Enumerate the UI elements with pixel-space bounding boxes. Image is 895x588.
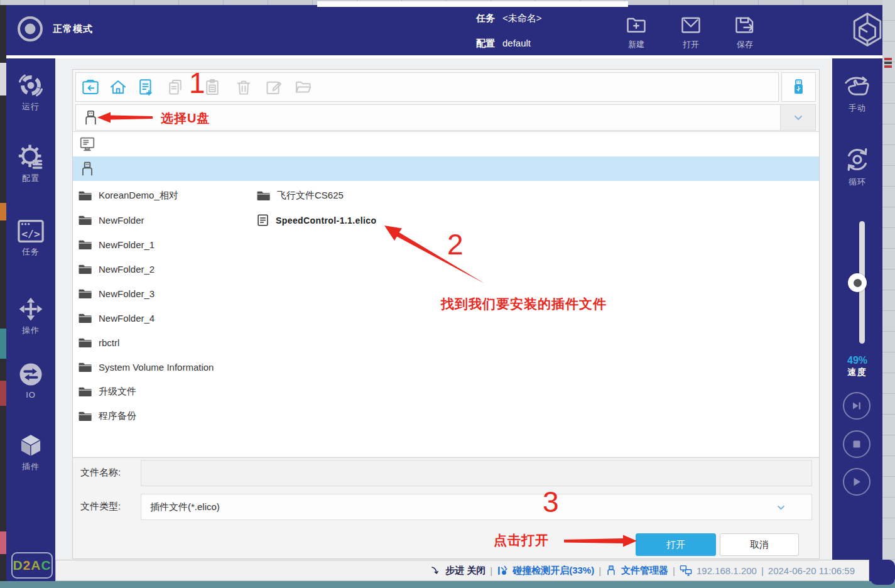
file-item-label: KoreanDemo_相对 [99, 190, 178, 202]
sidebar-item-io[interactable]: IO [6, 361, 55, 400]
io-icon [18, 361, 44, 388]
status-bar: 步进 关闭 | 碰撞检测开启(33%) | 文件管理器 | 192.168.1.… [55, 560, 869, 581]
file-dialog-form: 文件名称: 文件类型: 插件文件(*.elico) 打开 取消 [73, 457, 819, 558]
file-manager-icon [605, 565, 617, 576]
brand-logo-icon [849, 11, 886, 48]
file-list-area: KoreanDemo_相对 NewFolder [73, 131, 819, 456]
drive-option-row[interactable] [73, 156, 819, 181]
screen: 正常模式 任务 <未命名> 配置 default 新建 打开 [0, 0, 895, 588]
file-column-1: KoreanDemo_相对 NewFolder [78, 183, 214, 428]
cube-icon [18, 432, 44, 459]
sidebar-item-loop[interactable]: 循环 [832, 145, 882, 188]
file-item[interactable]: 升级文件 [78, 379, 214, 404]
background-artifact [0, 531, 6, 554]
open-task-button[interactable]: 打开 [671, 14, 711, 50]
new-task-label: 新建 [628, 39, 644, 50]
datetime: 2024-06-20 11:06:59 [768, 565, 855, 576]
filetype-select[interactable]: 插件文件(*.elico) [141, 494, 812, 520]
new-task-button[interactable]: 新建 [616, 14, 656, 50]
play-button[interactable] [843, 468, 871, 496]
path-dropdown[interactable] [75, 104, 816, 131]
file-item[interactable]: 飞行文件CS625 [256, 183, 377, 208]
background-left-strip [0, 5, 6, 581]
sidebar-item-config[interactable]: 配置 [6, 144, 55, 184]
go-up-folder-icon[interactable] [82, 79, 99, 96]
file-item-label: 飞行文件CS625 [277, 190, 344, 202]
collision-icon [497, 565, 508, 576]
usb-drive-icon [790, 79, 807, 95]
sidebar-item-label: IO [26, 390, 36, 400]
play-icon [850, 476, 863, 488]
delete-icon[interactable] [235, 79, 252, 96]
file-item-label: NewFolder_4 [99, 313, 155, 324]
task-label: 任务 [476, 13, 495, 24]
file-item[interactable]: 程序备份 [78, 404, 214, 428]
folder-icon [78, 239, 92, 251]
file-item-label: NewFolder [99, 215, 144, 226]
rename-icon[interactable] [265, 79, 283, 96]
svg-text:</>: </> [21, 228, 40, 240]
background-artifact [0, 381, 6, 406]
file-item[interactable]: System Volume Information [78, 355, 214, 379]
file-item[interactable]: NewFolder_4 [78, 306, 214, 330]
background-bottom-strip [0, 581, 895, 588]
sidebar-item-label: 循环 [849, 177, 866, 188]
step-forward-button[interactable] [843, 392, 871, 420]
folder-icon [256, 190, 271, 202]
sidebar-item-label: 手动 [849, 102, 866, 114]
stop-button[interactable] [843, 430, 871, 458]
background-artifact [0, 329, 6, 359]
network-icon [680, 565, 692, 576]
file-item[interactable]: rbctrl [78, 330, 214, 355]
sidebar-item-plugin[interactable]: 插件 [6, 432, 55, 472]
separator: | [761, 565, 764, 576]
save-task-button[interactable]: 保存 [725, 14, 765, 50]
folder-icon [78, 263, 92, 275]
mode-indicator[interactable]: 正常模式 [16, 15, 93, 43]
d2ac-badge[interactable]: D2AC [11, 552, 53, 579]
file-item[interactable]: NewFolder [78, 208, 214, 232]
sidebar-item-label: 任务 [22, 246, 40, 258]
folder-icon [78, 361, 92, 373]
right-sidebar: 手动 循环 49% 速度 [832, 58, 882, 581]
background-artifact [884, 62, 892, 64]
open-task-label: 打开 [683, 39, 699, 50]
paste-icon[interactable] [203, 79, 221, 96]
sidebar-item-task[interactable]: </> 任务 [6, 219, 55, 258]
file-item[interactable]: NewFolder_2 [78, 257, 214, 281]
hand-icon [843, 74, 872, 100]
folder-icon [78, 386, 92, 398]
separator: | [599, 565, 601, 576]
speed-label: 速度 [832, 367, 882, 378]
file-item-label: 升级文件 [99, 386, 136, 398]
run-icon [18, 72, 44, 99]
cancel-button[interactable]: 取消 [720, 533, 799, 556]
copy-icon[interactable] [166, 79, 184, 96]
file-item[interactable]: KoreanDemo_相对 [78, 183, 214, 208]
home-icon[interactable] [109, 79, 127, 96]
open-button[interactable]: 打开 [636, 533, 716, 556]
config-row: 配置 default [476, 38, 531, 50]
file-item[interactable]: NewFolder_1 [78, 232, 214, 257]
step-mode-icon [431, 565, 441, 575]
usb-drive-button[interactable] [781, 72, 816, 102]
sidebar-item-jog[interactable]: 操作 [6, 296, 55, 336]
file-item[interactable]: NewFolder_3 [78, 281, 214, 306]
open-folder-icon[interactable] [295, 79, 312, 96]
file-item-label: NewFolder_3 [99, 288, 155, 299]
move-arrows-icon [18, 296, 44, 322]
folder-icon [78, 190, 92, 202]
sidebar-item-run[interactable]: 运行 [6, 72, 55, 112]
sidebar-item-manual[interactable]: 手动 [832, 74, 882, 114]
path-dropdown-chevron-zone[interactable] [780, 105, 815, 130]
file-item[interactable]: SpeedControl-1.1.elico [256, 208, 377, 232]
filename-input[interactable] [141, 460, 812, 486]
folder-icon [78, 288, 92, 300]
file-manager-panel: KoreanDemo_相对 NewFolder [72, 69, 820, 559]
open-task-icon [680, 14, 702, 36]
new-file-icon[interactable] [137, 79, 155, 96]
speed-slider-thumb[interactable] [848, 273, 867, 292]
file-item-label: System Volume Information [99, 362, 214, 373]
drive-option-row[interactable] [73, 132, 819, 156]
file-toolbar [75, 72, 779, 102]
